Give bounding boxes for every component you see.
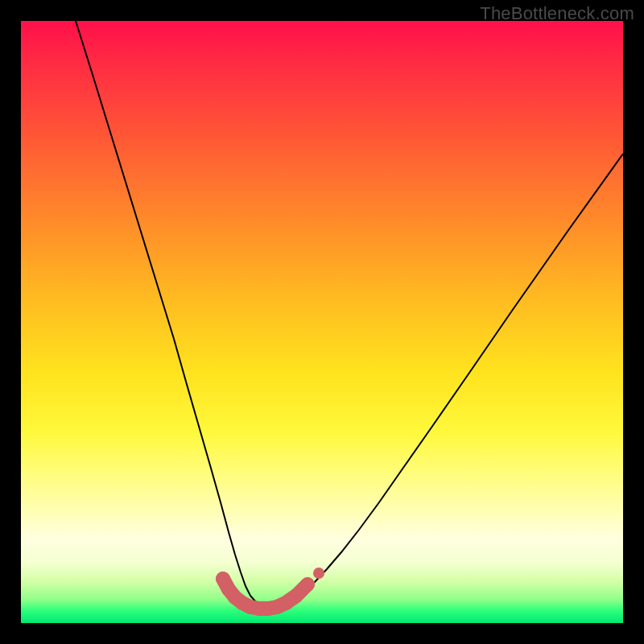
highlight-dot [289, 588, 303, 603]
highlight-markers [216, 568, 324, 616]
bottleneck-curve [76, 21, 623, 608]
highlight-lone-dot [313, 568, 324, 579]
highlight-dot [300, 577, 315, 592]
chart-svg [21, 21, 623, 623]
